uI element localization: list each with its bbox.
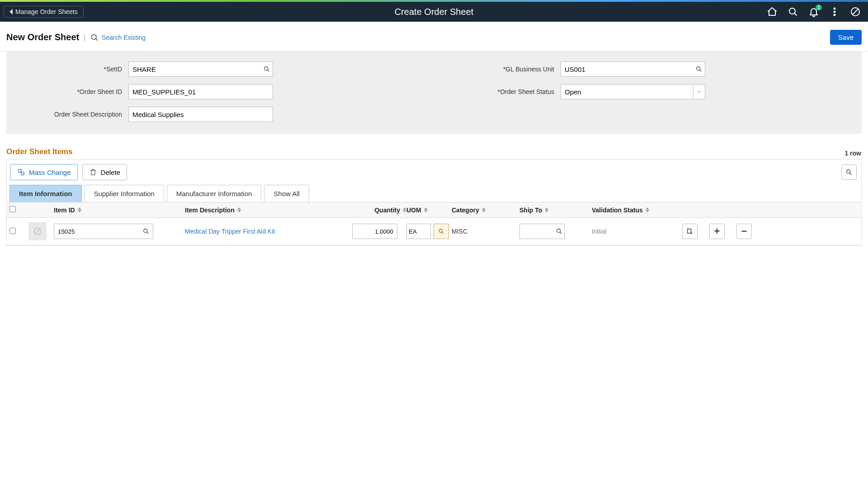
glbu-input[interactable] — [561, 61, 705, 77]
save-button[interactable]: Save — [830, 30, 862, 45]
item-description-link[interactable]: Medical Day Tripper First Aid Kit — [185, 228, 275, 235]
page-title: Create Order Sheet — [395, 7, 474, 17]
row-count-label: 1 row — [844, 150, 861, 157]
col-shipto[interactable]: Ship To — [519, 206, 542, 214]
order-sheet-items-title: Order Sheet Items — [6, 147, 862, 156]
chevron-down-icon — [693, 84, 705, 99]
svg-line-10 — [268, 70, 269, 72]
svg-line-22 — [442, 232, 443, 233]
delete-label: Delete — [101, 169, 120, 176]
col-validation[interactable]: Validation Status — [592, 206, 643, 214]
category-cell: MISC — [452, 228, 519, 235]
tab-supplier-information[interactable]: Supplier Information — [85, 185, 164, 202]
mass-change-label: Mass Change — [29, 169, 71, 176]
sort-icon — [545, 207, 548, 212]
plus-icon: + — [714, 225, 720, 237]
form-panel: *SetID *Order Sheet ID Order Sheet Descr… — [6, 52, 862, 134]
svg-line-20 — [147, 232, 149, 234]
description-input[interactable] — [128, 107, 273, 122]
row-select-checkbox[interactable] — [9, 228, 16, 234]
uom-lookup-icon[interactable] — [434, 224, 449, 239]
svg-line-1 — [795, 14, 797, 16]
chevron-left-icon — [9, 9, 13, 14]
setid-input[interactable] — [128, 61, 273, 77]
svg-point-7 — [91, 34, 96, 39]
row-detail-button[interactable] — [682, 224, 698, 239]
subheader-title: New Order Sheet — [6, 32, 79, 42]
svg-point-21 — [439, 229, 442, 232]
sort-icon — [403, 207, 406, 212]
status-label: *Order Sheet Status — [448, 88, 561, 95]
description-label: Order Sheet Description — [15, 111, 128, 118]
tab-item-information[interactable]: Item Information — [9, 185, 82, 202]
col-uom[interactable]: UOM — [406, 206, 421, 214]
add-row-button[interactable]: + — [709, 224, 725, 239]
svg-point-2 — [834, 8, 835, 9]
ban-icon[interactable] — [850, 6, 861, 17]
status-select[interactable]: Open — [561, 84, 705, 99]
svg-line-6 — [853, 9, 858, 14]
col-itemid[interactable]: Item ID — [54, 206, 75, 214]
subheader: New Order Sheet | Search Existing Save — [0, 22, 868, 52]
mass-change-button[interactable]: Mass Change — [10, 164, 78, 180]
search-icon[interactable] — [788, 6, 798, 17]
item-image-placeholder — [28, 222, 47, 240]
remove-row-button[interactable]: − — [736, 224, 752, 239]
sort-icon — [424, 207, 428, 212]
svg-point-3 — [834, 11, 835, 13]
col-quantity[interactable]: Quantity — [374, 206, 400, 214]
svg-rect-14 — [21, 172, 24, 175]
trash-icon — [89, 168, 97, 176]
svg-line-16 — [850, 173, 852, 175]
select-all-checkbox[interactable] — [9, 206, 16, 212]
svg-point-11 — [697, 67, 700, 70]
notifications-icon[interactable]: 1 — [808, 6, 819, 17]
search-existing-link[interactable]: Search Existing — [90, 33, 146, 42]
svg-line-18 — [35, 229, 40, 234]
items-tabs: Item Information Supplier Information Ma… — [7, 183, 861, 202]
svg-point-4 — [834, 14, 835, 16]
back-button[interactable]: Manage Order Sheets — [4, 6, 84, 18]
glbu-label: *GL Business Unit — [448, 66, 561, 73]
validation-status-cell: Initial — [592, 228, 682, 235]
search-icon — [90, 33, 99, 42]
quantity-input[interactable] — [352, 224, 397, 239]
svg-line-8 — [96, 38, 98, 40]
back-button-label: Manage Order Sheets — [15, 8, 78, 15]
uom-input[interactable] — [406, 224, 431, 239]
ordersheetid-input[interactable] — [128, 84, 273, 99]
minus-icon: − — [741, 225, 747, 237]
mass-change-icon — [17, 168, 25, 176]
itemid-lookup-icon[interactable] — [142, 228, 150, 235]
sort-icon — [482, 207, 486, 212]
itemid-input[interactable] — [54, 224, 153, 239]
svg-point-19 — [144, 229, 147, 233]
col-category[interactable]: Category — [452, 206, 479, 214]
items-box: 1 row Mass Change Delete Item Informatio… — [6, 159, 862, 246]
setid-label: *SetID — [15, 66, 128, 73]
items-search-button[interactable] — [841, 164, 857, 180]
grid-header: Item ID Item Description Quantity UOM Ca… — [7, 202, 861, 218]
svg-point-9 — [264, 67, 268, 70]
glbu-lookup-icon[interactable] — [695, 66, 703, 73]
svg-point-23 — [557, 229, 561, 233]
setid-lookup-icon[interactable] — [263, 66, 270, 73]
search-existing-label: Search Existing — [102, 34, 146, 41]
svg-line-24 — [560, 232, 562, 234]
home-icon[interactable] — [767, 6, 778, 17]
sort-icon — [78, 207, 81, 212]
col-description[interactable]: Item Description — [185, 206, 235, 214]
ordersheetid-label: *Order Sheet ID — [15, 88, 128, 95]
svg-point-15 — [847, 170, 850, 174]
shipto-lookup-icon[interactable] — [556, 228, 563, 235]
notification-badge: 1 — [816, 5, 822, 10]
tab-manufacturer-information[interactable]: Manufacturer Information — [167, 185, 262, 202]
divider: | — [84, 34, 85, 41]
sort-icon — [237, 207, 241, 212]
more-icon[interactable] — [829, 6, 840, 17]
tab-show-all[interactable]: Show All — [264, 185, 309, 202]
table-row: Medical Day Tripper First Aid Kit MISC I… — [7, 218, 861, 245]
svg-line-12 — [700, 70, 702, 72]
sort-icon — [646, 207, 649, 212]
delete-button[interactable]: Delete — [82, 164, 127, 180]
